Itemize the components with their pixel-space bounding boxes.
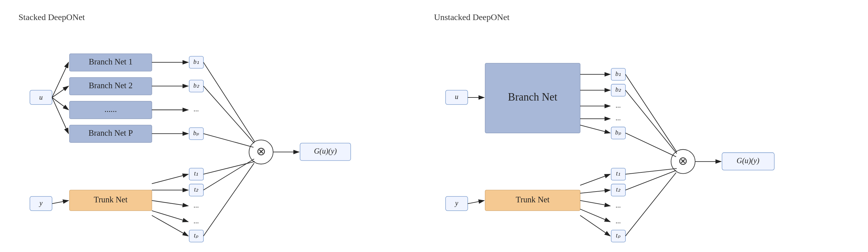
right-line-b1-otimes xyxy=(625,74,677,152)
right-arrow-y-trunk xyxy=(467,200,484,203)
branch-net-ellipsis-label: ...... xyxy=(104,105,117,114)
right-title: Unstacked DeepONet xyxy=(434,12,850,22)
right-line-b2-otimes xyxy=(625,90,677,153)
output-label: G(u)(y) xyxy=(314,147,337,156)
left-title: Stacked DeepONet xyxy=(19,12,434,22)
right-input-u-label: u xyxy=(455,93,458,101)
b2-label: b₂ xyxy=(193,82,199,89)
right-arrow-te2-out xyxy=(580,209,610,222)
right-branch-net-label: Branch Net xyxy=(508,91,557,103)
arrow-u-b1 xyxy=(52,62,68,97)
right-diagram: Unstacked DeepONet u Branch Net b₁ xyxy=(434,12,850,240)
arrow-te1-out xyxy=(152,200,188,206)
line-bp-otimes xyxy=(204,134,253,147)
right-trunk-net-label: Trunk Net xyxy=(516,195,549,204)
right-input-y-label: y xyxy=(454,199,458,207)
t1-label: t₁ xyxy=(194,170,198,177)
otimes-symbol: ⊗ xyxy=(256,145,266,158)
right-te2-label: ... xyxy=(615,217,621,225)
line-b1-otimes xyxy=(204,62,255,142)
trunk-net-label: Trunk Net xyxy=(94,195,128,204)
bp-label: bₚ xyxy=(193,130,199,136)
right-b2-label: b₂ xyxy=(615,86,621,93)
branch-net-1-label: Branch Net 1 xyxy=(89,57,132,66)
right-t1-label: t₁ xyxy=(616,170,620,177)
right-arrow-te1-out xyxy=(580,200,610,206)
arrow-y-trunk xyxy=(52,200,68,203)
t2-label: t₂ xyxy=(194,186,199,193)
right-arrow-t2-out xyxy=(580,190,610,193)
arrow-u-bp xyxy=(52,97,68,134)
right-line-bp-otimes xyxy=(625,133,676,157)
right-output-label: G(u)(y) xyxy=(737,157,759,165)
right-t2-label: t₂ xyxy=(616,186,621,193)
right-arrow-tp-out xyxy=(580,215,610,236)
arrow-t1-out xyxy=(152,174,188,184)
right-arrow-t1-out xyxy=(580,174,610,186)
right-be2-label: ... xyxy=(615,114,621,122)
left-diagram-svg: u Branch Net 1 Branch Net 2 ...... Branc… xyxy=(19,28,434,252)
arrow-te2-out xyxy=(152,211,188,222)
b1-label: b₁ xyxy=(193,58,199,65)
tp-label: tₚ xyxy=(194,232,198,239)
line-b2-otimes xyxy=(204,86,254,143)
right-tp-label: tₚ xyxy=(616,232,620,239)
branch-net-p-label: Branch Net P xyxy=(88,128,133,138)
arrow-tp-out xyxy=(152,215,188,236)
te1-label: ... xyxy=(193,201,199,209)
be-label: ... xyxy=(193,105,199,113)
left-diagram: Stacked DeepONet u Branch Net 1 Branch N… xyxy=(19,12,434,240)
right-b1-label: b₁ xyxy=(615,70,621,77)
right-otimes-symbol: ⊗ xyxy=(678,155,688,167)
right-arrow-bp-out xyxy=(580,125,610,133)
branch-net-2-label: Branch Net 2 xyxy=(89,81,132,90)
main-container: Stacked DeepONet u Branch Net 1 Branch N… xyxy=(0,0,868,252)
input-u-label: u xyxy=(39,93,42,101)
right-te1-label: ... xyxy=(615,201,621,209)
right-be1-label: ... xyxy=(615,102,621,109)
right-bp-label: bₚ xyxy=(615,129,621,136)
te2-label: ... xyxy=(193,217,199,225)
line-tp-otimes xyxy=(204,163,254,236)
right-diagram-svg: u Branch Net b₁ b₂ ... ... bₚ xyxy=(434,28,850,252)
right-line-tp-otimes xyxy=(625,173,676,236)
input-y-label: y xyxy=(39,199,43,207)
